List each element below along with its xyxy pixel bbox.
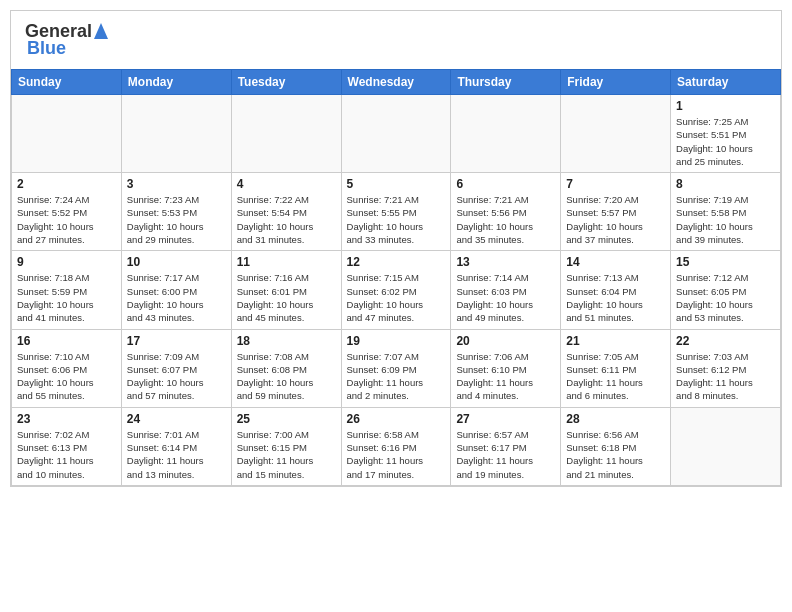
day-number: 3 — [127, 177, 226, 191]
day-number: 25 — [237, 412, 336, 426]
calendar-day-cell — [231, 95, 341, 173]
day-info: Sunrise: 7:22 AM Sunset: 5:54 PM Dayligh… — [237, 193, 336, 246]
day-info: Sunrise: 7:06 AM Sunset: 6:10 PM Dayligh… — [456, 350, 555, 403]
calendar-day-cell: 21Sunrise: 7:05 AM Sunset: 6:11 PM Dayli… — [561, 329, 671, 407]
calendar-day-cell: 20Sunrise: 7:06 AM Sunset: 6:10 PM Dayli… — [451, 329, 561, 407]
day-number: 9 — [17, 255, 116, 269]
day-number: 16 — [17, 334, 116, 348]
day-info: Sunrise: 7:23 AM Sunset: 5:53 PM Dayligh… — [127, 193, 226, 246]
day-number: 8 — [676, 177, 775, 191]
day-info: Sunrise: 7:03 AM Sunset: 6:12 PM Dayligh… — [676, 350, 775, 403]
day-info: Sunrise: 7:25 AM Sunset: 5:51 PM Dayligh… — [676, 115, 775, 168]
day-number: 17 — [127, 334, 226, 348]
calendar-week-row: 23Sunrise: 7:02 AM Sunset: 6:13 PM Dayli… — [12, 407, 781, 485]
calendar-day-cell: 9Sunrise: 7:18 AM Sunset: 5:59 PM Daylig… — [12, 251, 122, 329]
calendar-header-row: SundayMondayTuesdayWednesdayThursdayFrid… — [12, 70, 781, 95]
calendar-week-row: 1Sunrise: 7:25 AM Sunset: 5:51 PM Daylig… — [12, 95, 781, 173]
day-info: Sunrise: 7:17 AM Sunset: 6:00 PM Dayligh… — [127, 271, 226, 324]
day-number: 21 — [566, 334, 665, 348]
calendar-day-cell — [671, 407, 781, 485]
day-info: Sunrise: 7:20 AM Sunset: 5:57 PM Dayligh… — [566, 193, 665, 246]
calendar-day-cell — [451, 95, 561, 173]
calendar-day-cell: 24Sunrise: 7:01 AM Sunset: 6:14 PM Dayli… — [121, 407, 231, 485]
calendar-day-cell: 8Sunrise: 7:19 AM Sunset: 5:58 PM Daylig… — [671, 173, 781, 251]
calendar-day-cell: 15Sunrise: 7:12 AM Sunset: 6:05 PM Dayli… — [671, 251, 781, 329]
day-number: 7 — [566, 177, 665, 191]
day-info: Sunrise: 7:24 AM Sunset: 5:52 PM Dayligh… — [17, 193, 116, 246]
calendar-day-cell: 26Sunrise: 6:58 AM Sunset: 6:16 PM Dayli… — [341, 407, 451, 485]
calendar-day-cell: 16Sunrise: 7:10 AM Sunset: 6:06 PM Dayli… — [12, 329, 122, 407]
day-info: Sunrise: 7:21 AM Sunset: 5:55 PM Dayligh… — [347, 193, 446, 246]
day-info: Sunrise: 7:19 AM Sunset: 5:58 PM Dayligh… — [676, 193, 775, 246]
day-number: 26 — [347, 412, 446, 426]
day-info: Sunrise: 6:56 AM Sunset: 6:18 PM Dayligh… — [566, 428, 665, 481]
calendar-day-cell: 25Sunrise: 7:00 AM Sunset: 6:15 PM Dayli… — [231, 407, 341, 485]
day-number: 13 — [456, 255, 555, 269]
day-number: 1 — [676, 99, 775, 113]
calendar-week-row: 9Sunrise: 7:18 AM Sunset: 5:59 PM Daylig… — [12, 251, 781, 329]
day-number: 15 — [676, 255, 775, 269]
day-of-week-header: Saturday — [671, 70, 781, 95]
day-info: Sunrise: 7:14 AM Sunset: 6:03 PM Dayligh… — [456, 271, 555, 324]
day-info: Sunrise: 7:09 AM Sunset: 6:07 PM Dayligh… — [127, 350, 226, 403]
calendar-week-row: 16Sunrise: 7:10 AM Sunset: 6:06 PM Dayli… — [12, 329, 781, 407]
day-info: Sunrise: 7:00 AM Sunset: 6:15 PM Dayligh… — [237, 428, 336, 481]
calendar-day-cell: 4Sunrise: 7:22 AM Sunset: 5:54 PM Daylig… — [231, 173, 341, 251]
calendar-day-cell: 10Sunrise: 7:17 AM Sunset: 6:00 PM Dayli… — [121, 251, 231, 329]
logo: General Blue — [25, 21, 108, 59]
calendar-day-cell: 17Sunrise: 7:09 AM Sunset: 6:07 PM Dayli… — [121, 329, 231, 407]
calendar-day-cell: 28Sunrise: 6:56 AM Sunset: 6:18 PM Dayli… — [561, 407, 671, 485]
day-info: Sunrise: 7:01 AM Sunset: 6:14 PM Dayligh… — [127, 428, 226, 481]
calendar-day-cell: 6Sunrise: 7:21 AM Sunset: 5:56 PM Daylig… — [451, 173, 561, 251]
day-info: Sunrise: 7:13 AM Sunset: 6:04 PM Dayligh… — [566, 271, 665, 324]
calendar-day-cell: 23Sunrise: 7:02 AM Sunset: 6:13 PM Dayli… — [12, 407, 122, 485]
day-info: Sunrise: 7:07 AM Sunset: 6:09 PM Dayligh… — [347, 350, 446, 403]
day-of-week-header: Wednesday — [341, 70, 451, 95]
day-of-week-header: Monday — [121, 70, 231, 95]
day-number: 5 — [347, 177, 446, 191]
day-number: 24 — [127, 412, 226, 426]
calendar-day-cell: 5Sunrise: 7:21 AM Sunset: 5:55 PM Daylig… — [341, 173, 451, 251]
calendar-day-cell — [341, 95, 451, 173]
calendar-day-cell — [561, 95, 671, 173]
calendar-day-cell: 13Sunrise: 7:14 AM Sunset: 6:03 PM Dayli… — [451, 251, 561, 329]
calendar-day-cell: 7Sunrise: 7:20 AM Sunset: 5:57 PM Daylig… — [561, 173, 671, 251]
calendar-day-cell: 12Sunrise: 7:15 AM Sunset: 6:02 PM Dayli… — [341, 251, 451, 329]
day-number: 22 — [676, 334, 775, 348]
day-info: Sunrise: 7:21 AM Sunset: 5:56 PM Dayligh… — [456, 193, 555, 246]
day-of-week-header: Tuesday — [231, 70, 341, 95]
day-of-week-header: Sunday — [12, 70, 122, 95]
day-info: Sunrise: 7:16 AM Sunset: 6:01 PM Dayligh… — [237, 271, 336, 324]
day-number: 4 — [237, 177, 336, 191]
day-number: 27 — [456, 412, 555, 426]
day-number: 11 — [237, 255, 336, 269]
calendar-day-cell: 11Sunrise: 7:16 AM Sunset: 6:01 PM Dayli… — [231, 251, 341, 329]
calendar-week-row: 2Sunrise: 7:24 AM Sunset: 5:52 PM Daylig… — [12, 173, 781, 251]
day-info: Sunrise: 7:02 AM Sunset: 6:13 PM Dayligh… — [17, 428, 116, 481]
day-info: Sunrise: 7:18 AM Sunset: 5:59 PM Dayligh… — [17, 271, 116, 324]
day-number: 6 — [456, 177, 555, 191]
day-of-week-header: Friday — [561, 70, 671, 95]
calendar-day-cell — [12, 95, 122, 173]
day-info: Sunrise: 6:58 AM Sunset: 6:16 PM Dayligh… — [347, 428, 446, 481]
calendar-day-cell — [121, 95, 231, 173]
day-number: 20 — [456, 334, 555, 348]
calendar-day-cell: 1Sunrise: 7:25 AM Sunset: 5:51 PM Daylig… — [671, 95, 781, 173]
calendar-day-cell: 2Sunrise: 7:24 AM Sunset: 5:52 PM Daylig… — [12, 173, 122, 251]
calendar-day-cell: 18Sunrise: 7:08 AM Sunset: 6:08 PM Dayli… — [231, 329, 341, 407]
day-number: 28 — [566, 412, 665, 426]
day-number: 19 — [347, 334, 446, 348]
calendar-header: General Blue — [11, 11, 781, 65]
logo-blue-text: Blue — [27, 38, 66, 59]
day-number: 18 — [237, 334, 336, 348]
day-info: Sunrise: 7:08 AM Sunset: 6:08 PM Dayligh… — [237, 350, 336, 403]
day-number: 23 — [17, 412, 116, 426]
calendar-day-cell: 27Sunrise: 6:57 AM Sunset: 6:17 PM Dayli… — [451, 407, 561, 485]
calendar-table: SundayMondayTuesdayWednesdayThursdayFrid… — [11, 69, 781, 486]
day-info: Sunrise: 7:10 AM Sunset: 6:06 PM Dayligh… — [17, 350, 116, 403]
calendar-day-cell: 14Sunrise: 7:13 AM Sunset: 6:04 PM Dayli… — [561, 251, 671, 329]
day-info: Sunrise: 7:15 AM Sunset: 6:02 PM Dayligh… — [347, 271, 446, 324]
calendar-day-cell: 22Sunrise: 7:03 AM Sunset: 6:12 PM Dayli… — [671, 329, 781, 407]
day-number: 10 — [127, 255, 226, 269]
calendar-day-cell: 19Sunrise: 7:07 AM Sunset: 6:09 PM Dayli… — [341, 329, 451, 407]
